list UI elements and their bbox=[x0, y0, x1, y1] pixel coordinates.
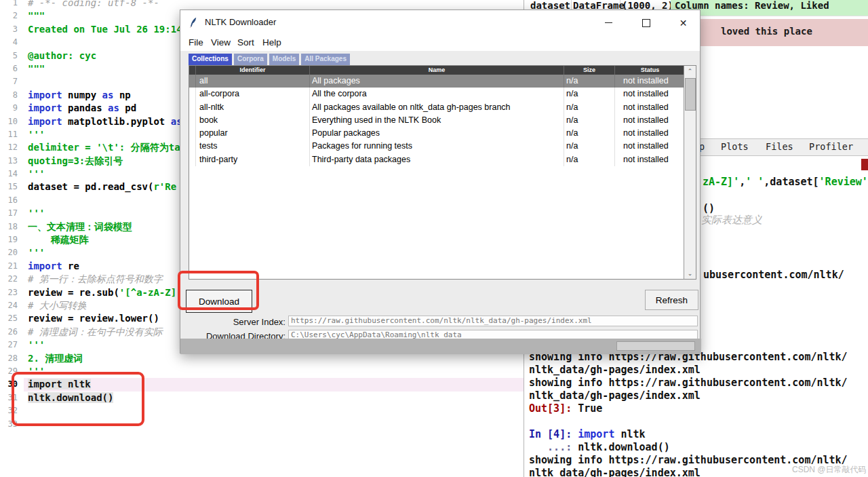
gutter-line-number: 15 bbox=[0, 180, 24, 193]
pane-tab-files[interactable]: Files bbox=[766, 141, 793, 152]
table-cell bbox=[189, 101, 196, 114]
gutter-line-number: 20 bbox=[0, 246, 24, 259]
gutter-line-number: 10 bbox=[0, 115, 24, 128]
table-row[interactable]: all-nltkAll packages available on nltk_d… bbox=[189, 101, 684, 114]
table-cell: third-party bbox=[196, 153, 310, 166]
minimize-button[interactable] bbox=[593, 10, 624, 35]
scroll-down-arrow-icon[interactable]: ⌄ bbox=[684, 268, 696, 279]
gutter-line-number: 25 bbox=[0, 312, 24, 325]
table-cell: all-nltk bbox=[196, 101, 310, 114]
minimize-icon bbox=[605, 22, 612, 23]
gutter-line-number: 12 bbox=[0, 141, 24, 154]
table-scrollbar[interactable]: ⌃ ⌄ bbox=[684, 66, 696, 279]
app-icon-feather bbox=[189, 17, 199, 28]
table-cell: n/a bbox=[564, 75, 615, 88]
progress-bar-track bbox=[180, 339, 701, 354]
table-cell: n/a bbox=[564, 127, 615, 140]
server-index-label: Server Index: bbox=[194, 317, 285, 327]
pane-tab-plots[interactable]: Plots bbox=[721, 141, 749, 152]
table-cell: All packages available on nltk_data gh-p… bbox=[310, 101, 564, 114]
table-cell: n/a bbox=[564, 114, 615, 127]
gutter-line-number: 16 bbox=[0, 194, 24, 207]
table-cell: all-corpora bbox=[196, 88, 310, 100]
packages-table: Identifier Name Size Status allAll packa… bbox=[189, 65, 696, 280]
table-cell: all bbox=[196, 75, 310, 88]
menu-file[interactable]: File bbox=[189, 37, 203, 47]
table-row[interactable]: bookEverything used in the NLTK Bookn/an… bbox=[189, 114, 684, 127]
dialog-body: CollectionsCorporaModelsAll Packages Ide… bbox=[180, 51, 700, 354]
dialog-titlebar[interactable]: NLTK Downloader ✕ bbox=[180, 10, 700, 35]
table-cell: n/a bbox=[564, 140, 615, 153]
table-cell bbox=[189, 153, 196, 166]
watermark: CSDN @日常敲代码 bbox=[792, 464, 867, 476]
menu-help[interactable]: Help bbox=[262, 37, 281, 47]
gutter-line-number: 21 bbox=[0, 260, 24, 273]
table-cell: Packages for running tests bbox=[310, 140, 564, 153]
table-row[interactable]: testsPackages for running testsn/anot in… bbox=[189, 140, 684, 153]
tab-corpora[interactable]: Corpora bbox=[234, 54, 267, 65]
table-row[interactable]: third-partyThird-party data packagesn/an… bbox=[189, 153, 684, 166]
refresh-button[interactable]: Refresh bbox=[645, 290, 698, 310]
table-header-name[interactable]: Name bbox=[310, 66, 564, 75]
table-cell bbox=[189, 140, 196, 153]
table-cell: All packages bbox=[310, 75, 564, 88]
gutter-line-number: 7 bbox=[0, 75, 24, 88]
editor-line-code: # -*- coding: utf-8 -*- bbox=[24, 0, 524, 9]
maximize-icon bbox=[642, 19, 650, 27]
annotation-rect-code bbox=[12, 372, 144, 426]
progress-bar bbox=[616, 341, 695, 351]
table-cell bbox=[189, 114, 196, 127]
tab-collections[interactable]: Collections bbox=[189, 54, 232, 65]
gutter-line-number: 19 bbox=[0, 233, 24, 246]
menu-sort[interactable]: Sort bbox=[237, 37, 254, 47]
gutter-line-number: 11 bbox=[0, 128, 24, 141]
gutter-line-number: 3 bbox=[0, 23, 24, 36]
table-header-spacer bbox=[189, 66, 196, 75]
table-cell: n/a bbox=[564, 101, 615, 114]
maximize-button[interactable] bbox=[631, 10, 661, 35]
gutter-line-number: 13 bbox=[0, 155, 24, 168]
menu-view[interactable]: View bbox=[211, 37, 231, 47]
gutter-line-number: 26 bbox=[0, 326, 24, 339]
scroll-up-arrow-icon[interactable]: ⌃ bbox=[684, 66, 696, 77]
table-cell: not installed bbox=[615, 153, 685, 166]
table-row[interactable]: popularPopular packagesn/anot installed bbox=[189, 127, 684, 140]
table-cell: Third-party data packages bbox=[310, 153, 564, 166]
table-cell: popular bbox=[196, 127, 310, 140]
table-cell: n/a bbox=[564, 88, 615, 100]
dialog-tabs: CollectionsCorporaModelsAll Packages bbox=[189, 54, 350, 65]
gutter-line-number: 14 bbox=[0, 168, 24, 180]
table-cell: not installed bbox=[615, 101, 685, 114]
table-cell: All the corpora bbox=[310, 88, 564, 100]
console-stop-button[interactable] bbox=[861, 159, 868, 170]
gutter-line-number: 18 bbox=[0, 221, 24, 233]
table-header-status[interactable]: Status bbox=[615, 66, 685, 75]
table-rows: allAll packagesn/anot installedall-corpo… bbox=[189, 75, 684, 166]
table-header: Identifier Name Size Status bbox=[189, 66, 684, 75]
gutter-line-number: 2 bbox=[0, 9, 24, 22]
table-cell: book bbox=[196, 114, 310, 127]
table-cell: Everything used in the NLTK Book bbox=[310, 114, 564, 127]
gutter-line-number: 9 bbox=[0, 102, 24, 115]
gutter-line-number: 27 bbox=[0, 339, 24, 351]
table-header-size[interactable]: Size bbox=[564, 66, 615, 75]
pane-tab-profiler[interactable]: Profiler bbox=[809, 141, 853, 152]
table-cell: n/a bbox=[564, 153, 615, 166]
gutter-line-number: 23 bbox=[0, 286, 24, 299]
tab-models[interactable]: Models bbox=[269, 54, 299, 65]
server-index-input[interactable]: https://raw.githubusercontent.com/nltk/n… bbox=[288, 316, 698, 326]
dialog-menubar: FileViewSortHelp bbox=[180, 35, 700, 52]
scrollbar-thumb[interactable] bbox=[685, 78, 696, 111]
table-cell: not installed bbox=[615, 127, 685, 140]
tab-all-packages[interactable]: All Packages bbox=[301, 54, 350, 65]
gutter-line-number: 22 bbox=[0, 273, 24, 286]
table-cell: not installed bbox=[615, 88, 685, 100]
gutter-line-number: 28 bbox=[0, 352, 24, 365]
close-button[interactable]: ✕ bbox=[668, 10, 698, 35]
editor-line[interactable]: 1# -*- coding: utf-8 -*- bbox=[0, 0, 524, 9]
gutter-line-number: 5 bbox=[0, 50, 24, 62]
gutter-line-number: 8 bbox=[0, 89, 24, 102]
table-header-identifier[interactable]: Identifier bbox=[196, 66, 310, 75]
table-row[interactable]: all-corporaAll the corporan/anot install… bbox=[189, 88, 684, 100]
table-row[interactable]: allAll packagesn/anot installed bbox=[189, 75, 684, 88]
